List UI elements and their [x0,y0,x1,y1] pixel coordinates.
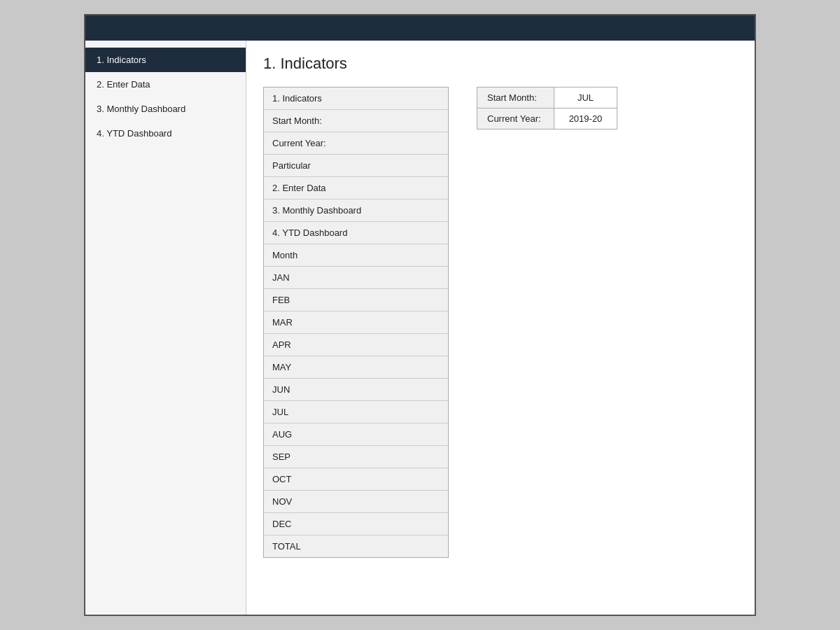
table-value-cell: 2019-20 [554,108,617,130]
page-title: 1. Indicators [263,55,738,73]
main-content: 1. Indicators2. Enter Data3. Monthly Das… [85,41,755,615]
table-row: Current Year:2019-20 [477,108,617,130]
list-item: AUG [264,424,448,446]
list-item: 3. Monthly Dashboard [264,200,448,222]
left-table: 1. IndicatorsStart Month:Current Year:Pa… [263,87,449,558]
sidebar-item-enter-data[interactable]: 2. Enter Data [85,72,246,97]
list-item: NOV [264,491,448,513]
list-item: 2. Enter Data [264,177,448,200]
table-label-cell: Current Year: [477,108,554,130]
list-item: Current Year: [264,132,448,155]
list-item: 1. Indicators [264,88,448,110]
table-label-cell: Start Month: [477,88,554,108]
list-item: APR [264,334,448,356]
list-item: Particular [264,155,448,177]
content-area: 1. Indicators 1. IndicatorsStart Month:C… [246,41,755,615]
right-table: Start Month:JULCurrent Year:2019-20 [477,87,617,130]
list-item: TOTAL [264,536,448,557]
sidebar-item-indicators[interactable]: 1. Indicators [85,48,246,72]
list-item: JUL [264,401,448,424]
list-item: 4. YTD Dashboard [264,222,448,244]
list-item: DEC [264,513,448,536]
sidebar-item-monthly-dashboard[interactable]: 3. Monthly Dashboard [85,97,246,121]
list-item: Start Month: [264,110,448,132]
list-item: MAY [264,356,448,379]
list-item: Month [264,244,448,267]
list-item: MAR [264,312,448,334]
sidebar-item-ytd-dashboard[interactable]: 4. YTD Dashboard [85,121,246,146]
list-item: JAN [264,267,448,289]
app-container: 1. Indicators2. Enter Data3. Monthly Das… [84,14,756,616]
list-item: FEB [264,289,448,312]
content-body: 1. IndicatorsStart Month:Current Year:Pa… [263,87,738,558]
sidebar: 1. Indicators2. Enter Data3. Monthly Das… [85,41,246,615]
table-value-cell: JUL [554,88,617,108]
top-bar [85,15,755,41]
list-item: OCT [264,468,448,491]
list-item: SEP [264,446,448,468]
list-item: JUN [264,379,448,401]
table-row: Start Month:JUL [477,88,617,108]
